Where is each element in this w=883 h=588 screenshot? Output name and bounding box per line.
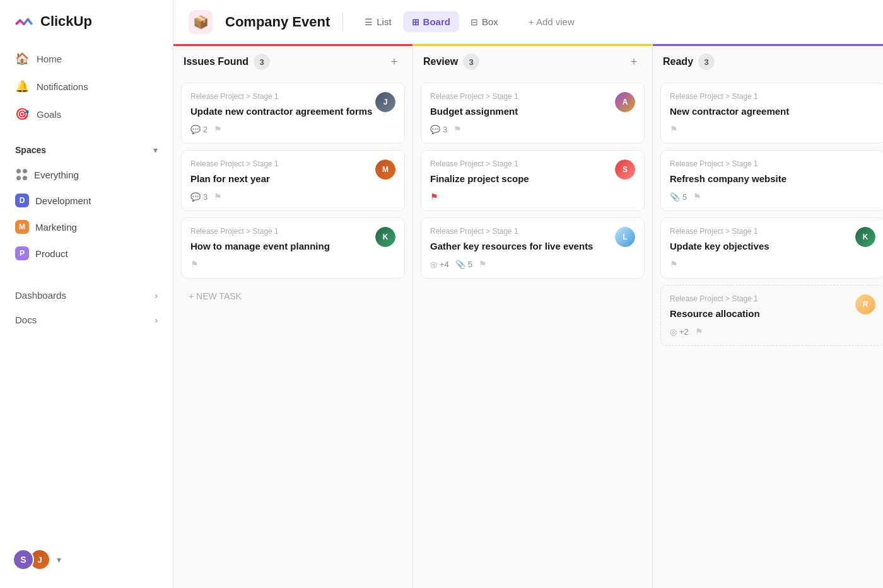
sidebar-item-marketing[interactable]: M Marketing <box>8 214 165 239</box>
task-meta-t5: Release Project > Stage 1 <box>430 159 635 168</box>
extra-targets-t6: ◎ +4 <box>430 260 449 269</box>
task-title-t10: Resource allocation <box>670 307 875 320</box>
task-card-t5[interactable]: S Release Project > Stage 1 Finalize pro… <box>421 150 645 211</box>
column-issues-found: Issues Found 3 + J Release Project > Sta… <box>173 44 413 588</box>
everything-label: Everything <box>34 170 79 180</box>
add-view-button[interactable]: + Add view <box>520 11 583 32</box>
flag-icon-t8: ⚑ <box>693 192 701 202</box>
task-card-t2[interactable]: M Release Project > Stage 1 Plan for nex… <box>181 150 405 211</box>
task-avatar-t5: S <box>615 159 635 180</box>
extra-targets-t10: ◎ +2 <box>670 327 689 337</box>
column-ready: Ready 3 Release Project > Stage 1 New co… <box>653 44 883 588</box>
home-icon: 🏠 <box>15 52 29 66</box>
comment-count-t1: 2 <box>203 125 208 134</box>
attach-count-t6: 5 <box>468 260 472 269</box>
sidebar-navigation: 🏠 Home 🔔 Notifications 🎯 Goals <box>0 45 173 127</box>
product-icon: P <box>15 246 29 260</box>
task-card-t8[interactable]: Release Project > Stage 1 Refresh compan… <box>660 150 883 211</box>
flag-icon-t5: ⚑ <box>430 192 438 202</box>
column-title-review: Review <box>423 56 458 67</box>
logo: ClickUp <box>0 10 173 45</box>
task-avatar-t1: J <box>375 92 395 112</box>
sidebar-item-everything[interactable]: Everything <box>8 163 165 187</box>
task-meta-t10: Release Project > Stage 1 <box>670 294 875 303</box>
add-view-label: + Add view <box>529 16 575 27</box>
task-meta-t7: Release Project > Stage 1 <box>670 92 875 101</box>
column-title-ready: Ready <box>663 56 693 67</box>
task-card-t1[interactable]: J Release Project > Stage 1 Update new c… <box>181 83 405 144</box>
column-header-ready: Ready 3 <box>653 46 883 78</box>
new-task-button[interactable]: + NEW TASK <box>181 285 405 308</box>
main-content: 📦 Company Event ☰ List ⊞ Board ⊟ Box + A… <box>173 0 883 588</box>
sidebar-item-notifications-label: Notifications <box>37 81 88 92</box>
task-title-t2: Plan for next year <box>190 172 395 185</box>
task-card-t4[interactable]: A Release Project > Stage 1 Budget assig… <box>421 83 645 144</box>
task-card-t7[interactable]: Release Project > Stage 1 New contractor… <box>660 83 883 144</box>
comment-badge-t4: 💬 3 <box>430 125 447 134</box>
logo-text: ClickUp <box>40 13 92 30</box>
task-title-t6: Gather key resources for live events <box>430 239 635 253</box>
sidebar: ClickUp 🏠 Home 🔔 Notifications 🎯 Goals S… <box>0 0 173 588</box>
tab-list[interactable]: ☰ List <box>356 11 400 32</box>
task-meta-t4: Release Project > Stage 1 <box>430 92 635 101</box>
flag-icon-t7: ⚑ <box>670 124 678 134</box>
comment-icon-t1: 💬 <box>190 125 201 134</box>
comment-icon-t4: 💬 <box>430 125 440 134</box>
sidebar-item-product[interactable]: P Product <box>8 241 165 266</box>
column-header-review: Review 3 + <box>413 46 652 78</box>
task-title-t7: New contractor agreement <box>670 105 875 118</box>
task-title-t8: Refresh company website <box>670 172 875 185</box>
task-title-t1: Update new contractor agreement forms <box>190 105 395 118</box>
tab-box-label: Box <box>482 16 498 27</box>
comment-badge-t1: 💬 2 <box>190 125 208 134</box>
task-avatar-t4: A <box>615 92 635 112</box>
comment-badge-t2: 💬 3 <box>190 192 208 202</box>
task-avatar-t3: K <box>375 227 395 247</box>
spaces-section-title: Spaces <box>15 145 46 155</box>
column-add-review[interactable]: + <box>626 54 642 70</box>
avatar-circle-t3: K <box>375 227 395 247</box>
project-icon: 📦 <box>189 10 213 34</box>
sidebar-item-home[interactable]: 🏠 Home <box>8 45 165 72</box>
task-avatar-t6: L <box>615 227 635 247</box>
spaces-section-header[interactable]: Spaces ▾ <box>8 140 165 160</box>
attach-count-t8: 5 <box>682 192 687 202</box>
avatar-circle-t10: R <box>855 294 875 314</box>
task-card-t9[interactable]: K Release Project > Stage 1 Update key o… <box>660 217 883 279</box>
task-avatar-t2: M <box>375 159 395 180</box>
task-footer-t9: ⚑ <box>670 259 875 269</box>
flag-icon-t3: ⚑ <box>190 259 199 269</box>
board-icon: ⊞ <box>412 17 419 27</box>
task-card-t3[interactable]: K Release Project > Stage 1 How to manag… <box>181 217 405 279</box>
user-avatar-s: S <box>13 549 34 570</box>
marketing-label: Marketing <box>35 222 77 233</box>
page-header: 📦 Company Event ☰ List ⊞ Board ⊟ Box + A… <box>173 0 883 44</box>
user-menu-chevron[interactable]: ▾ <box>57 555 61 565</box>
task-card-t10[interactable]: R Release Project > Stage 1 Resource all… <box>660 285 883 346</box>
marketing-icon: M <box>15 220 29 234</box>
task-title-t3: How to manage event planning <box>190 239 395 253</box>
flag-icon-t1: ⚑ <box>214 124 222 134</box>
sidebar-item-notifications[interactable]: 🔔 Notifications <box>8 73 165 100</box>
task-meta-t6: Release Project > Stage 1 <box>430 227 635 236</box>
task-card-t6[interactable]: L Release Project > Stage 1 Gather key r… <box>421 217 645 279</box>
sidebar-item-development[interactable]: D Development <box>8 188 165 213</box>
sidebar-item-goals[interactable]: 🎯 Goals <box>8 101 165 127</box>
tab-list-label: List <box>377 16 391 27</box>
goals-icon: 🎯 <box>15 107 29 121</box>
column-count-ready: 3 <box>698 54 715 70</box>
sidebar-item-dashboards[interactable]: Dashboards › <box>8 284 165 307</box>
flag-icon-t4: ⚑ <box>453 124 462 134</box>
header-divider <box>342 13 343 32</box>
flag-icon-t6: ⚑ <box>479 259 487 269</box>
flag-icon-t9: ⚑ <box>670 259 678 269</box>
tab-box[interactable]: ⊟ Box <box>462 11 507 32</box>
box-icon: ⊟ <box>471 17 478 27</box>
product-label: Product <box>35 248 68 259</box>
column-add-issues[interactable]: + <box>386 54 402 70</box>
column-content-ready: Release Project > Stage 1 New contractor… <box>653 78 883 588</box>
everything-icon <box>15 168 28 181</box>
sidebar-item-docs[interactable]: Docs › <box>8 308 165 331</box>
column-count-issues: 3 <box>254 54 270 70</box>
tab-board[interactable]: ⊞ Board <box>403 11 459 32</box>
